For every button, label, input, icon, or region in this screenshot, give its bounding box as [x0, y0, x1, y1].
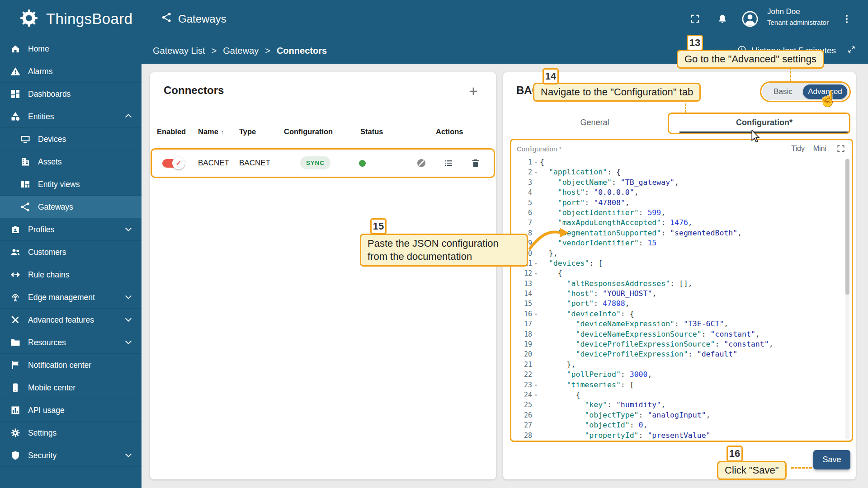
annotation-step-13-text: Go to the "Advanced" settings: [677, 50, 824, 69]
sidebar-item-home[interactable]: Home: [0, 38, 142, 60]
breadcrumb-gateway-list[interactable]: Gateway List: [153, 46, 205, 56]
code-text: "propertyId": "presentValue": [540, 431, 711, 440]
breadcrumb-separator: >: [212, 46, 217, 56]
sidebar-item-alarms[interactable]: Alarms: [0, 60, 142, 83]
breadcrumb-separator: >: [265, 46, 270, 56]
delete-connector-button[interactable]: [470, 158, 481, 169]
chevron-down-icon: [125, 338, 132, 344]
annotation-step-13-number: 13: [687, 35, 703, 51]
annotation-step-14-number: 14: [542, 68, 559, 84]
connector-table-row: ✓ BACNET BACNET SYNC: [151, 148, 495, 178]
line-number: 18: [512, 329, 532, 339]
column-header-name[interactable]: Name↑: [198, 127, 224, 136]
line-number: 1: [512, 157, 532, 167]
fold-marker-icon[interactable]: ▾: [532, 380, 540, 390]
sidebar: Home Alarms Dashboards Entities Devices …: [0, 38, 142, 488]
fold-marker-icon[interactable]: ▾: [532, 268, 540, 278]
notifications-bell-button[interactable]: [717, 0, 728, 38]
code-lines[interactable]: 1▾{2▾ "application": {3 "objectName": "T…: [512, 157, 844, 440]
code-text: {: [540, 268, 562, 278]
hand-pointer-icon: ☝: [818, 89, 837, 108]
line-number: 23: [512, 380, 532, 390]
fold-marker-icon[interactable]: ▾: [532, 167, 540, 177]
line-number: 14: [512, 289, 532, 299]
dashboards-icon: [10, 89, 21, 99]
sidebar-item-resources[interactable]: Resources: [0, 331, 142, 354]
add-connector-button[interactable]: [467, 85, 480, 98]
connector-enabled-toggle[interactable]: ✓: [162, 159, 183, 168]
code-text: "deviceNameExpression": "T3E-6CT",: [540, 319, 728, 329]
entity-views-icon: [20, 179, 31, 190]
sidebar-item-advanced-features[interactable]: Advanced features: [0, 309, 142, 331]
sidebar-item-mobile-center[interactable]: Mobile center: [0, 376, 142, 399]
assets-icon: [20, 156, 31, 167]
sidebar-item-customers[interactable]: Customers: [0, 241, 142, 263]
tab-configuration[interactable]: Configuration*: [679, 112, 849, 133]
editor-fullscreen-icon[interactable]: [836, 144, 845, 153]
fold-marker-icon[interactable]: ▾: [532, 157, 540, 167]
save-button[interactable]: Save: [813, 450, 850, 469]
code-line: 18 "deviceNameExpressionSource": "consta…: [512, 329, 844, 339]
code-text: "deviceProfileExpression": "default": [540, 349, 737, 359]
tab-general[interactable]: General: [510, 112, 679, 133]
fold-marker-icon[interactable]: ▾: [532, 309, 540, 319]
code-text: "objectId": 0,: [540, 420, 647, 430]
sidebar-item-settings[interactable]: Settings: [0, 422, 142, 444]
column-header-configuration: Configuration: [284, 127, 333, 136]
code-line: 26 "objectType": "analogInput",: [512, 410, 844, 420]
rpc-action-button[interactable]: [416, 158, 427, 169]
fullscreen-button[interactable]: [690, 0, 700, 38]
gateways-icon: [20, 202, 31, 212]
code-text: "key": "humidity",: [540, 400, 665, 410]
code-line: 5 "port": "47808",: [512, 198, 844, 208]
logs-action-button[interactable]: [443, 158, 454, 169]
sidebar-item-rule-chains[interactable]: Rule chains: [0, 263, 142, 286]
sidebar-item-dashboards[interactable]: Dashboards: [0, 83, 142, 105]
sidebar-item-gateways[interactable]: Gateways: [0, 196, 142, 218]
line-number: 6: [512, 208, 532, 218]
brand-logo[interactable]: ThingsBoard: [18, 0, 133, 38]
breadcrumb-gateway[interactable]: Gateway: [223, 46, 259, 56]
sidebar-item-notification-center[interactable]: Notification center: [0, 354, 142, 376]
fold-marker-icon[interactable]: ▾: [532, 390, 540, 400]
page-header: Gateways: [161, 0, 226, 38]
sidebar-item-security[interactable]: Security: [0, 444, 142, 467]
chevron-down-icon: [125, 451, 132, 457]
mini-button[interactable]: Mini: [813, 145, 826, 153]
tidy-button[interactable]: Tidy: [791, 145, 805, 153]
settings-gear-icon: [10, 427, 21, 438]
connector-detail-panel: BACNET Basic Advanced General Configurat…: [503, 72, 856, 479]
sidebar-item-profiles[interactable]: Profiles: [0, 218, 142, 241]
column-header-actions: Actions: [436, 127, 463, 136]
code-text: "timeseries": [: [540, 380, 634, 390]
code-text: "host": "YOUR_HOST",: [540, 289, 656, 299]
code-line: 17 "deviceNameExpression": "T3E-6CT",: [512, 319, 844, 329]
code-text: "host": "0.0.0.0",: [540, 188, 639, 197]
sidebar-item-assets[interactable]: Assets: [0, 150, 142, 173]
more-options-button[interactable]: [841, 0, 852, 38]
line-number: 3: [512, 178, 532, 188]
sidebar-item-devices[interactable]: Devices: [0, 128, 142, 150]
basic-mode-button[interactable]: Basic: [762, 83, 804, 100]
fold-marker-icon[interactable]: ▾: [532, 258, 540, 268]
sidebar-item-entities[interactable]: Entities: [0, 105, 142, 128]
sidebar-item-api-usage[interactable]: API usage: [0, 399, 142, 422]
active-tab-indicator: [679, 131, 849, 133]
user-avatar[interactable]: [741, 0, 760, 38]
profiles-icon: [10, 224, 21, 235]
user-menu[interactable]: John Doe Tenant administrator: [767, 7, 829, 26]
advanced-features-icon: [10, 314, 21, 325]
sidebar-item-edge-management[interactable]: Edge management: [0, 286, 142, 309]
breadcrumb: Gateway List > Gateway > Connectors: [153, 38, 327, 64]
brand-name: ThingsBoard: [46, 10, 133, 28]
scrollbar-thumb[interactable]: [845, 159, 849, 295]
gateways-page-icon: [161, 12, 172, 26]
code-text: "objectName": "TB_gateway",: [540, 178, 679, 188]
code-text: "application": {: [540, 167, 621, 177]
fold-gutter: [532, 431, 540, 440]
fold-gutter: [532, 279, 540, 289]
line-number: 5: [512, 198, 532, 208]
sidebar-item-entity-views[interactable]: Entity views: [0, 173, 142, 196]
editor-scrollbar[interactable]: [845, 159, 849, 439]
annotation-connector-line: [790, 67, 791, 81]
